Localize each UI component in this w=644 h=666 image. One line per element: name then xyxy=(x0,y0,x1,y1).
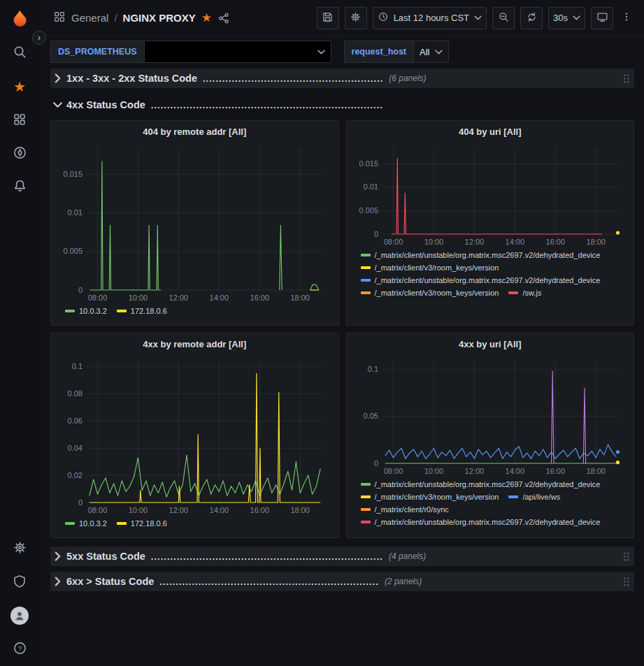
gear-icon xyxy=(13,540,27,557)
legend-item[interactable]: /_matrix/client/unstable/org.matrix.msc2… xyxy=(361,518,601,526)
legend-swatch xyxy=(361,508,371,511)
legend-swatch xyxy=(361,254,371,256)
legend-item[interactable]: 172.18.0.6 xyxy=(117,307,167,315)
svg-text:0.05: 0.05 xyxy=(363,412,378,420)
svg-text:16:00: 16:00 xyxy=(545,238,565,246)
legend-item[interactable]: /sw.js xyxy=(508,289,541,297)
grafana-app: ★ xyxy=(0,0,644,666)
help-icon: ? xyxy=(13,641,27,658)
legend-item[interactable]: /_matrix/client/v3/room_keys/version xyxy=(361,263,499,272)
legend-label: /_matrix/client/unstable/org.matrix.msc2… xyxy=(375,251,601,259)
legend-item[interactable]: 172.18.0.6 xyxy=(117,519,167,528)
timeseries-chart[interactable]: 00.0050.010.01508:0010:0012:0014:0016:00… xyxy=(57,142,333,304)
main-area: General / NGINX PROXY ★ Last 12 hours CS… xyxy=(39,0,644,666)
legend-item[interactable]: /_matrix/client/unstable/org.matrix.msc2… xyxy=(361,251,601,259)
datasource-variable-select[interactable] xyxy=(144,41,331,63)
legend-item[interactable]: 10.0.3.2 xyxy=(65,519,107,528)
shield-icon xyxy=(13,574,27,591)
svg-text:18:00: 18:00 xyxy=(586,467,606,475)
svg-text:10:00: 10:00 xyxy=(129,294,148,302)
timeseries-chart[interactable]: 00.020.040.060.080.108:0010:0012:0014:00… xyxy=(57,354,333,516)
apps-grid-icon xyxy=(53,10,66,25)
favorite-star-icon[interactable]: ★ xyxy=(201,12,212,24)
dashboard-settings-button[interactable] xyxy=(345,7,367,29)
row-5xx[interactable]: 5xx Status Code ........................… xyxy=(50,546,634,566)
zoom-out-button[interactable] xyxy=(492,7,515,29)
legend-label: /_matrix/client/v3/room_keys/version xyxy=(375,289,499,297)
legend-label: 10.0.3.2 xyxy=(79,519,107,528)
legend-label: /_matrix/client/v3/room_keys/version xyxy=(375,263,499,272)
sidebar-item-alerting[interactable] xyxy=(0,171,39,204)
sidebar-item-explore[interactable] xyxy=(0,137,39,171)
time-range-picker[interactable]: Last 12 hours CST xyxy=(373,7,487,29)
legend-item[interactable]: /api/live/ws xyxy=(508,493,560,501)
timeseries-chart[interactable]: 00.050.108:0010:0012:0014:0016:0018:00 xyxy=(352,354,629,477)
legend-label: /api/live/ws xyxy=(522,493,560,501)
svg-text:10:00: 10:00 xyxy=(129,506,148,514)
svg-text:0.01: 0.01 xyxy=(363,182,378,191)
svg-text:12:00: 12:00 xyxy=(169,294,189,302)
row-drag-handle-icon[interactable] xyxy=(622,551,630,562)
refresh-button[interactable] xyxy=(520,7,543,29)
legend-item[interactable]: /_matrix/client/r0/sync xyxy=(361,505,449,514)
grafana-logo[interactable] xyxy=(0,0,39,36)
legend-item[interactable]: /_matrix/client/v3/room_keys/version xyxy=(361,289,499,297)
breadcrumb-folder[interactable]: General xyxy=(71,12,108,24)
row-6xx[interactable]: 6xx > Status Code ......................… xyxy=(50,572,634,591)
svg-text:12:00: 12:00 xyxy=(169,506,189,514)
svg-text:0: 0 xyxy=(78,498,83,507)
save-dashboard-button[interactable] xyxy=(317,7,339,29)
row-panel-count: (6 panels) xyxy=(389,73,426,83)
sidebar-item-configuration[interactable] xyxy=(0,532,39,565)
panel-title[interactable]: 4xx by remote addr [All] xyxy=(57,333,333,354)
top-navbar: General / NGINX PROXY ★ Last 12 hours CS… xyxy=(39,0,644,36)
row-title: 1xx - 3xx - 2xx Status Code xyxy=(66,73,197,84)
tv-mode-button[interactable] xyxy=(591,7,613,29)
svg-text:18:00: 18:00 xyxy=(290,506,310,514)
gear-icon xyxy=(350,11,362,25)
refresh-icon xyxy=(526,11,538,25)
svg-text:18:00: 18:00 xyxy=(290,294,310,302)
save-icon xyxy=(322,11,334,25)
request-host-variable-select[interactable]: All xyxy=(413,41,449,63)
kebab-menu-button[interactable] xyxy=(619,7,634,29)
legend-item[interactable]: /_matrix/client/v3/room_keys/version xyxy=(361,493,499,501)
sidebar-item-profile[interactable] xyxy=(0,599,39,632)
sidebar-expand-button[interactable]: › xyxy=(32,31,46,45)
panel-404-by-remote-addr: 404 by remote addr [All] 00.0050.010.015… xyxy=(50,120,339,326)
panel-title[interactable]: 404 by uri [All] xyxy=(352,121,629,142)
legend-item[interactable]: /_matrix/client/unstable/org.matrix.msc2… xyxy=(361,276,601,284)
refresh-interval-picker[interactable]: 30s xyxy=(548,7,585,29)
search-icon xyxy=(13,45,27,61)
row-drag-handle-icon[interactable] xyxy=(622,73,630,84)
sidebar-item-starred[interactable]: ★ xyxy=(0,70,39,103)
sidebar-item-server-admin[interactable] xyxy=(0,565,39,599)
svg-text:08:00: 08:00 xyxy=(88,294,108,302)
legend-swatch xyxy=(361,521,371,523)
svg-text:12:00: 12:00 xyxy=(464,467,484,475)
row-4xx[interactable]: 4xx Status Code ........................… xyxy=(50,95,634,115)
legend-item[interactable]: 10.0.3.2 xyxy=(65,307,107,315)
svg-text:0.01: 0.01 xyxy=(68,208,83,217)
svg-text:0.015: 0.015 xyxy=(359,159,378,168)
panel-title[interactable]: 4xx by uri [All] xyxy=(352,333,629,354)
dashboard-toolbar: Last 12 hours CST 30s xyxy=(317,7,634,29)
svg-text:14:00: 14:00 xyxy=(505,467,524,475)
legend-swatch xyxy=(508,291,518,294)
row-1xx-3xx-2xx[interactable]: 1xx - 3xx - 2xx Status Code ............… xyxy=(50,68,634,88)
svg-text:14:00: 14:00 xyxy=(505,238,524,246)
timeseries-chart[interactable]: 00.0050.010.01508:0010:0012:0014:0016:00… xyxy=(352,142,629,248)
panel-title[interactable]: 404 by remote addr [All] xyxy=(57,121,333,142)
datasource-variable: DS_PROMETHEUS xyxy=(50,41,331,63)
chart-legend: /_matrix/client/unstable/org.matrix.msc2… xyxy=(352,477,629,535)
legend-label: /_matrix/client/unstable/org.matrix.msc2… xyxy=(375,276,601,284)
legend-item[interactable]: /_matrix/client/unstable/org.matrix.msc2… xyxy=(361,480,601,488)
sidebar-item-help[interactable]: ? xyxy=(0,632,39,666)
breadcrumb-separator: / xyxy=(114,12,117,24)
sidebar-item-dashboards[interactable] xyxy=(0,103,39,137)
legend-swatch xyxy=(361,483,371,486)
svg-text:0: 0 xyxy=(373,459,378,468)
svg-text:14:00: 14:00 xyxy=(210,294,229,302)
row-drag-handle-icon[interactable] xyxy=(622,577,630,587)
share-icon[interactable] xyxy=(217,12,230,24)
